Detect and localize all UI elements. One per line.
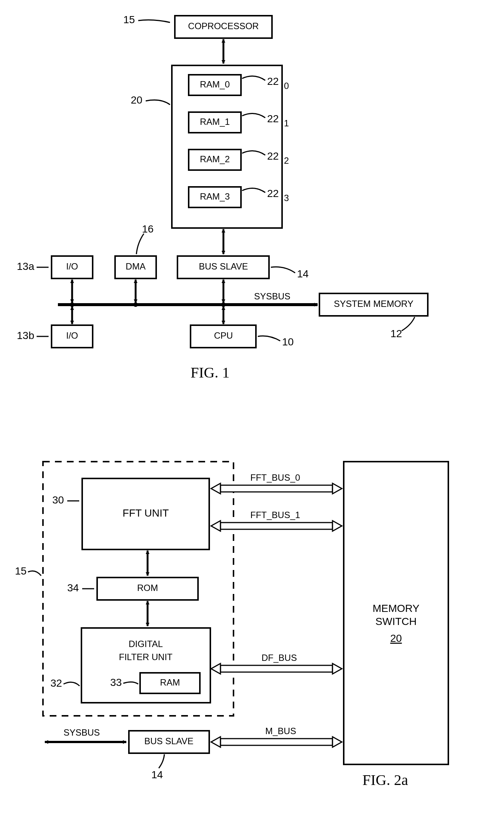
ref-22-3: 22	[267, 188, 279, 199]
io-a-label: I/O	[66, 261, 78, 271]
fig1-group: COPROCESSOR 15 20 RAM_0 22 0 RAM_1 22 1 …	[17, 14, 428, 381]
system-memory-label: SYSTEM MEMORY	[334, 299, 414, 309]
leader-15-2	[28, 571, 41, 576]
fig2a-caption: FIG. 2a	[362, 772, 408, 788]
dfu-label-l1: DIGITAL	[129, 639, 163, 649]
fft-label: FFT UNIT	[123, 507, 169, 519]
dfu-label-l2: FILTER UNIT	[119, 652, 173, 662]
memory-switch-l1: MEMORY	[372, 603, 420, 614]
ref-22-1: 22	[267, 113, 279, 124]
df-bus-label: DF_BUS	[262, 653, 297, 663]
ram3-label: RAM_3	[200, 191, 230, 201]
bus-slave-2-label: BUS SLAVE	[144, 736, 194, 746]
ram1-label: RAM_1	[200, 117, 230, 127]
m-bus-label: M_BUS	[265, 726, 296, 736]
svg-rect-2	[220, 665, 333, 672]
fig2a-group: 15 FFT UNIT 30 ROM 34 DIGITAL FILTER UNI…	[15, 462, 448, 788]
dma-label: DMA	[126, 261, 145, 271]
ref-15-2: 15	[15, 565, 27, 577]
ref-22-2-sub: 2	[284, 155, 289, 166]
memory-switch-ref: 20	[390, 632, 402, 644]
ram0-label: RAM_0	[200, 79, 230, 89]
fft-bus-1-label: FFT_BUS_1	[250, 510, 300, 520]
node-slave	[221, 302, 226, 307]
ref-20: 20	[131, 94, 142, 106]
ref-14-2: 14	[151, 769, 163, 780]
bus-fft0	[211, 483, 342, 494]
leader-14	[271, 267, 295, 273]
ref-30: 30	[52, 494, 64, 506]
ref-22-2: 22	[267, 150, 279, 162]
leader-20	[146, 100, 170, 105]
sysbus-label: SYSBUS	[254, 291, 290, 301]
ref-22-0: 22	[267, 76, 279, 87]
svg-rect-0	[220, 485, 333, 492]
ref-22-0-sub: 0	[284, 81, 289, 91]
leader-10	[258, 336, 280, 341]
leader-15	[138, 20, 170, 22]
leader-14-2	[159, 754, 164, 768]
ref-22-3-sub: 3	[284, 193, 289, 203]
memory-switch-l2: SWITCH	[375, 616, 417, 627]
leader-16	[136, 234, 144, 254]
ref-34: 34	[67, 582, 79, 594]
cpu-label: CPU	[214, 330, 233, 341]
ref-13a: 13a	[17, 261, 34, 272]
ref-10: 10	[282, 336, 294, 348]
ref-33: 33	[110, 677, 122, 688]
ram2-label: RAM_2	[200, 154, 230, 164]
leader-32	[64, 682, 80, 686]
ref-13b: 13b	[17, 330, 34, 341]
ref-15: 15	[123, 14, 135, 25]
fft-bus-0-label: FFT_BUS_0	[250, 472, 300, 483]
svg-rect-3	[220, 739, 333, 745]
node-dma	[133, 302, 138, 307]
sysbus-2-label: SYSBUS	[64, 727, 100, 737]
node-ioa	[70, 302, 74, 307]
svg-rect-1	[220, 523, 333, 529]
fig1-caption: FIG. 1	[191, 364, 229, 381]
bus-df	[211, 663, 342, 674]
io-b-label: I/O	[66, 330, 78, 341]
ram-inner-label: RAM	[160, 677, 180, 687]
ref-16: 16	[142, 223, 154, 235]
leader-12	[402, 317, 415, 331]
bus-slave-label: BUS SLAVE	[199, 261, 248, 271]
ref-12: 12	[390, 328, 402, 339]
rom-label: ROM	[137, 583, 158, 593]
ref-22-1-sub: 1	[284, 118, 289, 128]
bus-m	[211, 737, 342, 747]
coprocessor-label: COPROCESSOR	[188, 21, 259, 31]
ref-32: 32	[50, 677, 62, 689]
ref-14: 14	[297, 268, 309, 280]
bus-fft1	[211, 521, 342, 531]
